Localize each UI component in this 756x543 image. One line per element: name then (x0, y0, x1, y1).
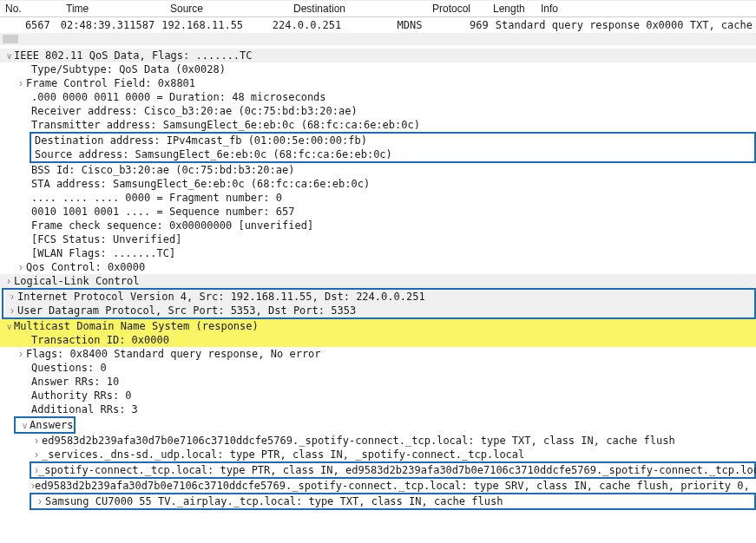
col-time[interactable]: Time (62, 1, 167, 16)
tree-item[interactable]: Frame check sequence: 0x00000000 [unveri… (0, 219, 756, 232)
expand-icon[interactable] (35, 495, 45, 507)
expand-icon[interactable] (16, 77, 26, 89)
col-source[interactable]: Source (167, 1, 290, 16)
packet-info: Standard query response 0x0000 TXT, cach… (492, 17, 756, 33)
packet-dest: 224.0.0.251 (269, 17, 394, 33)
tree-item[interactable]: Frame Control Field: 0x8801 (0, 76, 756, 90)
tree-item[interactable]: Receiver address: Cisco_b3:20:ae (0c:75:… (0, 104, 756, 118)
expand-icon[interactable] (31, 448, 42, 461)
packet-proto: MDNS (393, 17, 448, 33)
tree-udp[interactable]: User Datagram Protocol, Src Port: 5353, … (5, 304, 754, 317)
packet-list-header: No. Time Source Destination Protocol Len… (0, 0, 756, 17)
tree-item[interactable]: Authority RRs: 0 (0, 389, 756, 402)
expand-icon[interactable] (3, 49, 14, 62)
tree-item[interactable]: .... .... .... 0000 = Fragment number: 0 (0, 191, 756, 205)
tree-item[interactable]: 0010 1001 0001 .... = Sequence number: 6… (0, 205, 756, 219)
col-no[interactable]: No. (2, 1, 62, 16)
expand-icon[interactable] (3, 275, 14, 287)
expand-icon[interactable] (31, 435, 42, 447)
tree-item[interactable]: Flags: 0x8400 Standard query response, N… (0, 347, 756, 361)
tree-answer-item-highlighted[interactable]: Samsung CU7000 55 TV._airplay._tcp.local… (33, 494, 754, 508)
horizontal-scrollbar[interactable] (0, 33, 756, 45)
tree-item[interactable]: .000 0000 0011 0000 = Duration: 48 micro… (0, 90, 756, 104)
tree-answer-item-highlighted[interactable]: _spotify-connect._tcp.local: type PTR, c… (33, 463, 754, 477)
tree-item[interactable]: Additional RRs: 3 (0, 402, 756, 416)
tree-item[interactable]: Questions: 0 (0, 361, 756, 375)
tree-item[interactable]: [FCS Status: Unverified] (0, 232, 756, 246)
col-proto[interactable]: Protocol (429, 1, 490, 16)
expand-icon[interactable] (19, 419, 30, 431)
tree-answers[interactable]: Answers (17, 418, 74, 432)
tree-label: IEEE 802.11 QoS Data, Flags: .......TC (14, 49, 253, 62)
expand-icon[interactable] (16, 261, 26, 273)
expand-icon[interactable] (3, 320, 14, 332)
packet-row[interactable]: 6567 02:48:39.311587 192.168.11.55 224.0… (0, 17, 756, 33)
tree-item[interactable]: Answer RRs: 10 (0, 375, 756, 389)
expand-icon[interactable] (16, 348, 26, 360)
tree-answer-item[interactable]: ed9583d2b239afa30d7b0e7106c3710ddcfe5769… (0, 434, 756, 448)
packet-no: 6567 (2, 17, 57, 33)
expand-icon[interactable] (7, 291, 17, 303)
tree-item[interactable]: Qos Control: 0x0000 (0, 260, 756, 274)
col-length[interactable]: Length (490, 1, 537, 16)
packet-time: 02:48:39.311587 (57, 17, 158, 33)
tree-mdns[interactable]: Multicast Domain Name System (response) (0, 319, 756, 333)
tree-item-highlighted[interactable]: Destination address: IPv4mcast_fb (01:00… (33, 134, 754, 147)
tree-answer-item[interactable]: ed9583d2b239afa30d7b0e7106c3710ddcfe5769… (0, 479, 756, 493)
packet-length: 969 (449, 17, 492, 33)
tree-ieee-header[interactable]: IEEE 802.11 QoS Data, Flags: .......TC (0, 49, 756, 62)
tree-item[interactable]: STA address: SamsungElect_6e:eb:0c (68:f… (0, 177, 756, 191)
expand-icon[interactable] (7, 304, 17, 317)
col-dest[interactable]: Destination (290, 1, 429, 16)
tree-llc[interactable]: Logical-Link Control (0, 274, 756, 288)
tree-item[interactable]: Transaction ID: 0x0000 (0, 333, 756, 347)
tree-item-highlighted[interactable]: Source address: SamsungElect_6e:eb:0c (6… (33, 147, 754, 161)
col-info[interactable]: Info (537, 1, 756, 16)
tree-item[interactable]: Transmitter address: SamsungElect_6e:eb:… (0, 118, 756, 132)
tree-ip[interactable]: Internet Protocol Version 4, Src: 192.16… (5, 290, 754, 304)
packet-details-pane: IEEE 802.11 QoS Data, Flags: .......TC T… (0, 45, 756, 510)
packet-source: 192.168.11.55 (158, 17, 269, 33)
tree-item[interactable]: Type/Subtype: QoS Data (0x0028) (0, 62, 756, 76)
tree-answer-item[interactable]: _services._dns-sd._udp.local: type PTR, … (0, 448, 756, 461)
tree-item[interactable]: BSS Id: Cisco_b3:20:ae (0c:75:bd:b3:20:a… (0, 163, 756, 177)
tree-item[interactable]: [WLAN Flags: .......TC] (0, 246, 756, 260)
